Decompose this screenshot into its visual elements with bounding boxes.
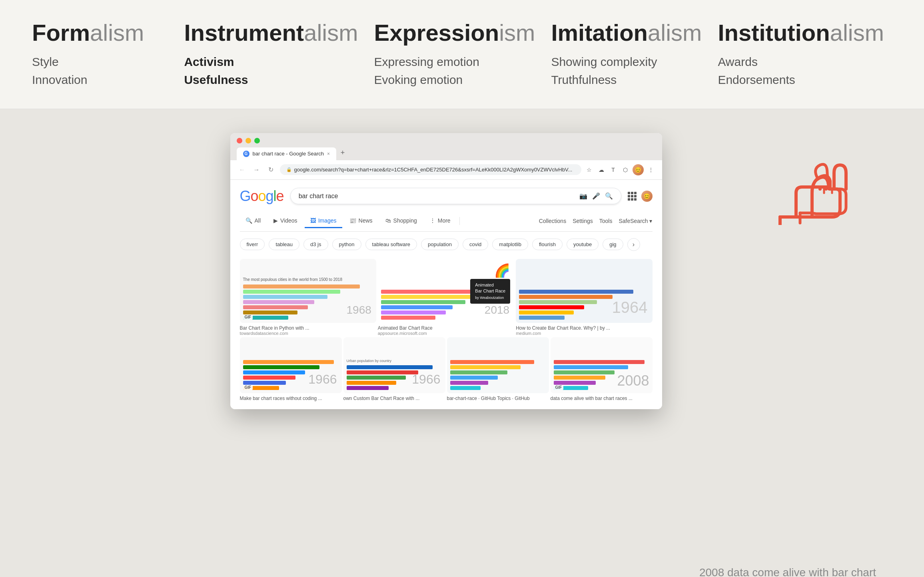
chart-6 — [447, 337, 549, 393]
gif-badge-7: GIF — [554, 385, 564, 390]
all-icon: 🔍 — [245, 217, 252, 224]
google-logo: Google — [240, 188, 284, 205]
image-3-title: How to Create Bar Chart Race. Why? | by … — [516, 325, 652, 331]
imitationalism-title: Imitationalism — [551, 20, 702, 46]
image-card-1[interactable]: The most populous cities in the world fr… — [240, 259, 376, 336]
browser-tabs: G bar chart race - Google Search × + — [237, 147, 656, 160]
settings-link[interactable]: Settings — [573, 218, 593, 224]
formalism-sub: StyleInnovation — [32, 53, 168, 89]
image-card-4[interactable]: 1966 GIF Make bar chart races without co… — [240, 337, 342, 401]
expressionism-title: Expressionism — [374, 20, 535, 46]
chip-tableau-software[interactable]: tableau software — [365, 239, 417, 250]
puzzle-icon[interactable]: ⬡ — [621, 165, 630, 175]
browser-dots — [237, 138, 656, 143]
image-5-title: own Custom Bar Chart Race with ... — [343, 396, 445, 401]
mic-icon[interactable]: 🎤 — [592, 192, 600, 200]
new-tab-button[interactable]: + — [337, 147, 348, 159]
tab-close-button[interactable]: × — [327, 151, 330, 157]
nav-images[interactable]: 🖼 Images — [305, 214, 342, 228]
thumbs-up-svg — [772, 157, 852, 225]
main-area: G bar chart race - Google Search × + ← →… — [0, 109, 924, 577]
nav-divider — [459, 217, 460, 225]
search-nav: 🔍 All ▶ Videos 🖼 Images 📰 News 🛍 S — [240, 211, 653, 232]
chip-population[interactable]: population — [421, 239, 459, 250]
chip-flourish[interactable]: flourish — [532, 239, 563, 250]
chart-3: 1964 — [516, 259, 652, 323]
chip-tableau[interactable]: tableau — [269, 239, 299, 250]
nav-more[interactable]: ⋮ More — [424, 214, 456, 228]
close-dot[interactable] — [237, 138, 242, 143]
header-col-expressionism: Expressionism Expressing emotionEvoking … — [366, 20, 543, 89]
chart-1: The most populous cities in the world fr… — [240, 259, 376, 323]
tab-label: bar chart race - Google Search — [253, 151, 324, 157]
address-text: google.com/search?q=bar+chart+race&rlz=1… — [294, 167, 575, 173]
google-user-avatar[interactable]: 😊 — [641, 191, 653, 202]
header-col-institutionalism: Institutionalism AwardsEndorsements — [710, 20, 892, 89]
bottom-caption-line1: 2008 data come alive with bar chart race… — [676, 565, 876, 577]
image-4-title: Make bar chart races without coding ... — [240, 396, 342, 401]
chart-2: 🌈 AnimatedBar Chart Raceby Weaboutzation… — [378, 259, 514, 323]
image-2-placeholder: 🌈 AnimatedBar Chart Raceby Weaboutzation… — [378, 259, 514, 323]
image-7-title: data come alive with bar chart races ... — [551, 396, 653, 401]
header-col-formalism: Formalism StyleInnovation — [32, 20, 176, 89]
chart-7: 2008 GIF — [551, 337, 653, 393]
nav-videos[interactable]: ▶ Videos — [268, 214, 303, 228]
user-avatar[interactable]: 😊 — [633, 164, 644, 175]
shopping-icon: 🛍 — [385, 217, 391, 224]
image-1-placeholder: The most populous cities in the world fr… — [240, 259, 376, 323]
back-button[interactable]: ← — [237, 164, 248, 175]
formalism-title: Formalism — [32, 20, 168, 46]
chip-gig[interactable]: gig — [603, 239, 623, 250]
image-card-5[interactable]: Urban population by country 1966 own Cus… — [343, 337, 445, 401]
chip-d3js[interactable]: d3 js — [303, 239, 328, 250]
minimize-dot[interactable] — [245, 138, 251, 143]
chip-matplotlib[interactable]: matplotlib — [492, 239, 528, 250]
cloud-icon[interactable]: ☁ — [597, 165, 606, 175]
image-grid-row1: The most populous cities in the world fr… — [240, 259, 653, 336]
nav-shopping[interactable]: 🛍 Shopping — [380, 214, 423, 228]
safe-search-link[interactable]: SafeSearch ▾ — [619, 218, 652, 224]
image-card-3[interactable]: 1964 How to Create Bar Chart Race. Why? … — [516, 259, 652, 336]
star-icon[interactable]: ☆ — [585, 165, 594, 175]
image-7-placeholder: 2008 GIF — [551, 337, 653, 393]
search-icons: 📷 🎤 🔍 — [579, 192, 613, 200]
image-4-placeholder: 1966 GIF — [240, 337, 342, 393]
chip-youtube[interactable]: youtube — [567, 239, 599, 250]
nav-news[interactable]: 📰 News — [344, 214, 378, 228]
chip-python[interactable]: python — [332, 239, 361, 250]
thumbs-up-illustration — [772, 157, 852, 227]
maximize-dot[interactable] — [254, 138, 260, 143]
address-bar[interactable]: 🔒 google.com/search?q=bar+chart+race&rlz… — [280, 164, 581, 175]
nav-all[interactable]: 🔍 All — [240, 214, 267, 228]
instrumentalism-sub: ActivismUsefulness — [184, 53, 358, 89]
refresh-button[interactable]: ↻ — [265, 164, 277, 175]
collections-link[interactable]: Collections — [539, 218, 566, 224]
image-2-title: Animated Bar Chart Race — [378, 325, 514, 331]
tools-link[interactable]: Tools — [599, 218, 613, 224]
images-icon: 🖼 — [310, 217, 316, 224]
header-col-instrumentalism: Instrumentalism ActivismUsefulness — [176, 20, 366, 89]
image-2-source: appsource.microsoft.com — [378, 331, 514, 336]
header-col-imitationalism: Imitationalism Showing complexityTruthfu… — [543, 20, 710, 89]
menu-icon[interactable]: ⋮ — [646, 165, 656, 175]
forward-button[interactable]: → — [251, 164, 262, 175]
camera-icon[interactable]: 📷 — [579, 192, 587, 200]
type-icon[interactable]: T — [609, 165, 618, 175]
search-bar[interactable]: bar chart race 📷 🎤 🔍 — [290, 188, 621, 204]
chip-fiverr[interactable]: fiverr — [240, 239, 265, 250]
image-card-7[interactable]: 2008 GIF data come alive with bar chart … — [551, 337, 653, 401]
chips-next-button[interactable]: › — [627, 238, 640, 251]
search-submit-icon[interactable]: 🔍 — [605, 192, 613, 200]
browser-chrome: G bar chart race - Google Search × + — [230, 133, 662, 160]
nav-actions: ☆ ☁ T ⬡ 😊 ⋮ — [585, 164, 656, 175]
apps-icon[interactable] — [628, 192, 637, 201]
chip-covid[interactable]: covid — [463, 239, 488, 250]
news-icon: 📰 — [349, 217, 356, 224]
image-card-2[interactable]: 🌈 AnimatedBar Chart Raceby Weaboutzation… — [378, 259, 514, 336]
image-1-source: towardsdatascience.com — [240, 331, 376, 336]
image-card-6[interactable]: bar-chart-race · GitHub Topics · GitHub — [447, 337, 549, 401]
header-section: Formalism StyleInnovation Instrumentalis… — [0, 0, 924, 109]
institutionalism-sub: AwardsEndorsements — [718, 53, 884, 89]
active-tab[interactable]: G bar chart race - Google Search × — [237, 147, 337, 160]
image-6-placeholder — [447, 337, 549, 393]
